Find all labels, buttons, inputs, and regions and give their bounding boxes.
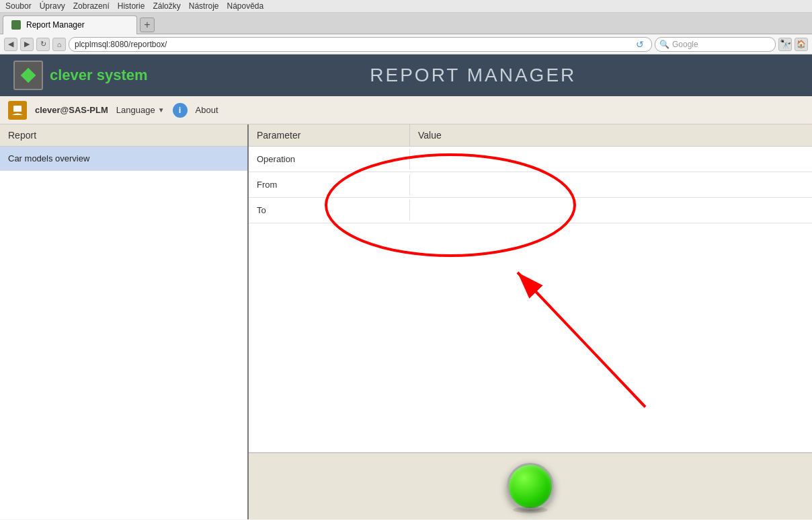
reload-button[interactable]: ↻ [36, 38, 50, 51]
param-name-to: To [249, 200, 410, 221]
about-info-icon[interactable]: i [173, 103, 188, 118]
run-button[interactable] [507, 463, 554, 510]
tab-favicon [11, 20, 21, 30]
menu-soubor[interactable]: Soubor [5, 1, 32, 11]
param-col-value: Value [410, 124, 812, 146]
menu-napoveda[interactable]: Nápověda [227, 1, 263, 11]
language-button[interactable]: Language ▼ [116, 105, 165, 115]
param-value-from[interactable] [410, 180, 812, 190]
menu-zalozky[interactable]: Záložky [153, 1, 180, 11]
right-panel-wrapper: Parameter Value Operation From To [249, 124, 812, 519]
back-button[interactable]: ◀ [4, 38, 17, 51]
about-label[interactable]: About [196, 105, 218, 115]
language-dropdown-arrow: ▼ [158, 106, 165, 114]
report-panel-header: Report [0, 124, 247, 147]
logo-product: system [93, 67, 148, 83]
logo-box [13, 61, 43, 90]
right-panel: Parameter Value Operation From To [249, 124, 812, 452]
app-title: REPORT MANAGER [148, 65, 799, 86]
binoculars-button[interactable]: 🔭 [778, 38, 792, 51]
home-button[interactable]: ⌂ [52, 38, 66, 51]
toolbar: clever@SAS-PLM Language ▼ i About [0, 96, 812, 124]
menu-zobrazeni[interactable]: Zobrazení [73, 1, 110, 11]
param-col-parameter: Parameter [249, 124, 410, 146]
logo-area: clever system [13, 61, 148, 90]
param-row-to: To [249, 198, 812, 223]
search-bar[interactable]: 🔍 Google [655, 37, 776, 52]
param-table-header: Parameter Value [249, 124, 812, 147]
app-header: clever system REPORT MANAGER [0, 54, 812, 96]
empty-space [249, 223, 812, 452]
report-item-car-models[interactable]: Car models overview [0, 147, 247, 171]
user-icon [8, 101, 27, 120]
browser-tabbar: Report Manager + [0, 13, 812, 34]
param-name-operation: Operation [249, 149, 410, 170]
param-row-from: From [249, 172, 812, 198]
param-name-from: From [249, 174, 410, 195]
language-label: Language [116, 105, 155, 115]
menu-historie[interactable]: Historie [118, 1, 145, 11]
logo-text: clever system [50, 67, 148, 84]
logo-brand: clever [50, 67, 93, 83]
refresh-icon[interactable]: ↺ [634, 38, 646, 50]
user-label: clever@SAS-PLM [35, 105, 108, 115]
forward-button[interactable]: ▶ [20, 38, 34, 51]
search-placeholder: Google [672, 40, 698, 49]
logo-diamond-icon [21, 68, 36, 83]
tab-title: Report Manager [26, 20, 85, 30]
param-value-to[interactable] [410, 205, 812, 216]
param-value-operation[interactable] [410, 154, 812, 165]
address-field[interactable]: plcplmsql:8080/reportbox/ ↺ [69, 37, 652, 52]
home2-button[interactable]: 🏠 [795, 38, 808, 51]
address-text: plcplmsql:8080/reportbox/ [75, 40, 634, 49]
left-panel: Report Car models overview [0, 124, 249, 519]
browser-menubar: Soubor Úpravy Zobrazení Historie Záložky… [0, 0, 812, 13]
svg-rect-0 [13, 106, 22, 112]
new-tab-button[interactable]: + [140, 17, 155, 32]
menu-nastroje[interactable]: Nástroje [189, 1, 219, 11]
menu-upravy[interactable]: Úpravy [40, 1, 65, 11]
browser-addressbar: ◀ ▶ ↻ ⌂ plcplmsql:8080/reportbox/ ↺ 🔍 Go… [0, 34, 812, 54]
search-engine-icon: 🔍 [659, 40, 669, 49]
browser-tab-active[interactable]: Report Manager [3, 15, 137, 34]
param-row-operation: Operation [249, 147, 812, 172]
run-area [249, 452, 812, 519]
